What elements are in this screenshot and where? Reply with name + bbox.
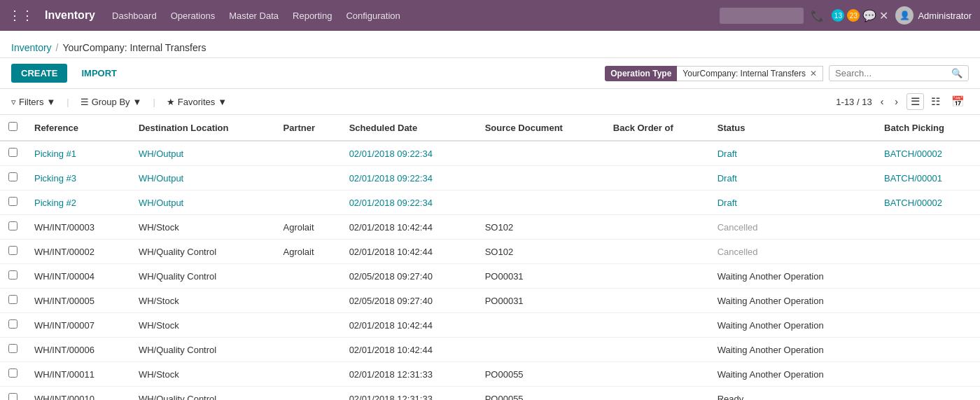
- th-back-order[interactable]: Back Order of: [605, 115, 709, 141]
- source-doc-cell: [477, 141, 605, 166]
- th-source-doc[interactable]: Source Document: [477, 115, 605, 141]
- date-cell: 02/01/2018 10:42:44: [341, 240, 477, 264]
- table-row: Picking #1WH/Output02/01/2018 09:22:34Dr…: [0, 141, 980, 166]
- th-scheduled-date[interactable]: Scheduled Date: [341, 115, 477, 141]
- row-checkbox[interactable]: [8, 393, 18, 400]
- back-order-cell: [605, 362, 709, 387]
- view-kanban-icon[interactable]: ☷: [927, 93, 944, 110]
- badge-notifications[interactable]: 23: [847, 9, 860, 22]
- import-button[interactable]: IMPORT: [74, 64, 124, 83]
- nav-search-input[interactable]: [720, 8, 804, 24]
- reference-cell: WH/INT/00005: [26, 289, 130, 313]
- date-cell: 02/01/2018 12:31:33: [341, 362, 477, 387]
- back-order-cell: [605, 338, 709, 362]
- table-row: WH/INT/00006WH/Quality Control02/01/2018…: [0, 338, 980, 362]
- back-order-cell: [605, 191, 709, 215]
- row-checkbox[interactable]: [8, 319, 18, 329]
- th-destination[interactable]: Destination Location: [130, 115, 275, 141]
- th-status[interactable]: Status: [709, 115, 876, 141]
- pagination-prev[interactable]: ‹: [878, 95, 887, 109]
- view-calendar-icon[interactable]: 📅: [947, 93, 969, 110]
- star-icon: ★: [167, 97, 175, 107]
- transfers-table: Reference Destination Location Partner S…: [0, 115, 980, 400]
- divider1: |: [66, 97, 69, 107]
- row-checkbox[interactable]: [8, 172, 18, 181]
- destination-cell: WH/Stock: [130, 362, 275, 387]
- row-checkbox[interactable]: [8, 148, 18, 157]
- row-checkbox[interactable]: [8, 270, 18, 280]
- nav-link-dashboard[interactable]: Dashboard: [112, 11, 157, 21]
- page-header: Inventory / YourCompany: Internal Transf…: [0, 31, 980, 58]
- create-button[interactable]: CREATE: [11, 64, 67, 83]
- table-row: WH/INT/00010WH/Quality Control02/01/2018…: [0, 387, 980, 401]
- destination-cell: WH/Stock: [130, 289, 275, 313]
- date-cell: 02/05/2018 09:27:40: [341, 264, 477, 289]
- brand-logo[interactable]: Inventory: [45, 9, 95, 22]
- destination-link[interactable]: WH/Output: [139, 173, 183, 184]
- table-row: WH/INT/00011WH/Stock02/01/2018 12:31:33P…: [0, 362, 980, 387]
- nav-link-operations[interactable]: Operations: [171, 11, 216, 21]
- destination-cell: WH/Quality Control: [130, 240, 275, 264]
- reference-link[interactable]: Picking #3: [34, 173, 76, 184]
- th-reference[interactable]: Reference: [26, 115, 130, 141]
- favorites-button[interactable]: ★ Favorites ▼: [167, 97, 227, 107]
- date-link[interactable]: 02/01/2018 09:22:34: [349, 173, 433, 184]
- search-icon[interactable]: 🔍: [951, 68, 962, 78]
- badge-messages[interactable]: 13: [832, 9, 844, 22]
- select-all-checkbox[interactable]: [8, 122, 18, 131]
- destination-link[interactable]: WH/Output: [139, 149, 183, 159]
- search-input[interactable]: [835, 68, 951, 78]
- row-checkbox[interactable]: [8, 197, 18, 206]
- pagination-next[interactable]: ›: [892, 95, 901, 109]
- status-cell: Waiting Another Operation: [709, 264, 876, 289]
- back-order-cell: [605, 387, 709, 401]
- back-order-cell: [605, 264, 709, 289]
- batch-picking-link[interactable]: BATCH/00001: [884, 173, 942, 184]
- date-link[interactable]: 02/01/2018 09:22:34: [349, 198, 433, 208]
- status-cell: Waiting Another Operation: [709, 313, 876, 338]
- user-menu[interactable]: 👤 Administrator: [895, 6, 972, 25]
- nav-link-configuration[interactable]: Configuration: [346, 11, 400, 21]
- close-icon[interactable]: ✕: [879, 9, 888, 22]
- phone-icon[interactable]: 📞: [811, 9, 825, 22]
- groupby-icon: ☰: [80, 97, 89, 107]
- chat-icon[interactable]: 💬: [862, 9, 876, 22]
- nav-link-reporting[interactable]: Reporting: [293, 11, 332, 21]
- reference-link[interactable]: Picking #1: [34, 149, 76, 159]
- date-link[interactable]: 02/01/2018 09:22:34: [349, 149, 433, 159]
- reference-link[interactable]: Picking #2: [34, 198, 76, 208]
- status-cell: Waiting Another Operation: [709, 362, 876, 387]
- row-checkbox[interactable]: [8, 221, 18, 230]
- toolbar: CREATE IMPORT Operation Type YourCompany…: [0, 58, 980, 89]
- batch-picking-link[interactable]: BATCH/00002: [884, 149, 942, 159]
- destination-cell: WH/Quality Control: [130, 264, 275, 289]
- th-select-all[interactable]: [0, 115, 26, 141]
- th-batch-picking[interactable]: Batch Picking: [876, 115, 980, 141]
- partner-cell: [275, 289, 341, 313]
- table-row: WH/INT/00007WH/Stock02/01/2018 10:42:44W…: [0, 313, 980, 338]
- batch-picking-link[interactable]: BATCH/00002: [884, 198, 942, 208]
- pagination-area: 1-13 / 13 ‹ › ☰ ☷ 📅: [836, 93, 969, 110]
- row-checkbox[interactable]: [8, 368, 18, 378]
- partner-cell: [275, 362, 341, 387]
- row-checkbox[interactable]: [8, 344, 18, 353]
- reference-cell: WH/INT/00011: [26, 362, 130, 387]
- back-order-cell: [605, 166, 709, 191]
- status-cell: Cancelled: [709, 240, 876, 264]
- nav-link-masterdata[interactable]: Master Data: [229, 11, 279, 21]
- groupby-button[interactable]: ☰ Group By ▼: [80, 97, 142, 107]
- filters-button[interactable]: ▿ Filters ▼: [11, 97, 55, 107]
- tag-close-icon[interactable]: ✕: [810, 69, 817, 78]
- grid-icon[interactable]: ⋮⋮: [8, 8, 34, 23]
- breadcrumb-parent[interactable]: Inventory: [11, 42, 52, 53]
- th-partner[interactable]: Partner: [275, 115, 341, 141]
- partner-cell: Agrolait: [275, 215, 341, 240]
- view-list-icon[interactable]: ☰: [906, 93, 924, 110]
- pagination-text: 1-13 / 13: [836, 97, 872, 107]
- destination-link[interactable]: WH/Output: [139, 198, 183, 208]
- row-checkbox[interactable]: [8, 246, 18, 255]
- source-doc-cell: [477, 166, 605, 191]
- batch-picking-cell: [876, 215, 980, 240]
- groupby-chevron: ▼: [133, 97, 142, 107]
- row-checkbox[interactable]: [8, 295, 18, 304]
